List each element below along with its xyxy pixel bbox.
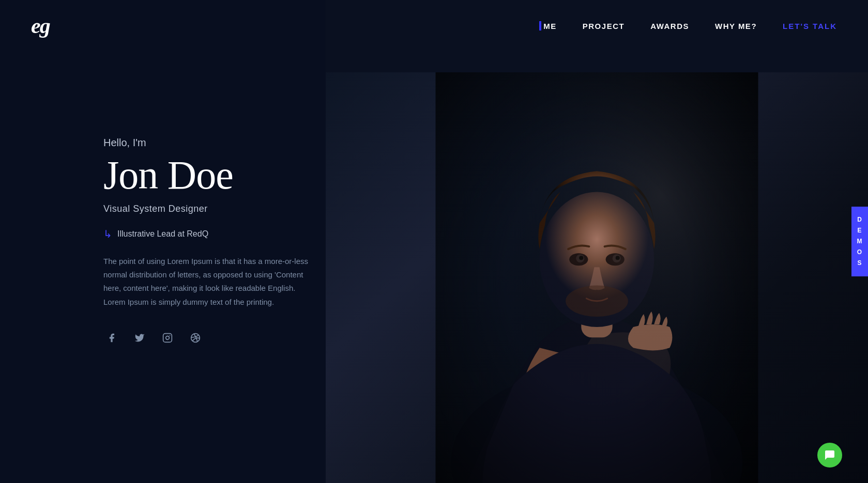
demos-letter-s: S: [857, 258, 862, 268]
nav-item-whyme[interactable]: WHY ME?: [715, 22, 757, 30]
svg-rect-0: [163, 334, 172, 342]
twitter-icon[interactable]: [131, 330, 148, 346]
navigation: ME PROJECT AWARDS WHY ME? LET'S TALK: [543, 22, 837, 30]
demos-letter-m: M: [857, 237, 863, 246]
demos-letter-o: O: [857, 247, 862, 257]
hero-title: Visual System Designer: [103, 204, 310, 214]
header: eg ME PROJECT AWARDS WHY ME? LET'S TALK: [0, 0, 868, 52]
portrait-container: [326, 72, 868, 483]
nav-item-me[interactable]: ME: [543, 22, 557, 30]
hero-description: The point of using Lorem Ipsum is that i…: [103, 255, 310, 309]
right-panel: [326, 0, 868, 483]
greeting-text: Hello, I'm: [103, 137, 310, 149]
main-content: Hello, I'm Jon Doe Visual System Designe…: [0, 0, 868, 483]
demos-letter-d: D: [857, 215, 862, 225]
role-text: Illustrative Lead at RedQ: [117, 229, 208, 239]
portrait-image: [326, 72, 868, 483]
svg-rect-15: [436, 72, 758, 483]
role-line: ↳ Illustrative Lead at RedQ: [103, 229, 310, 239]
nav-item-awards[interactable]: AWARDS: [650, 22, 689, 30]
chat-bubble-button[interactable]: [817, 443, 842, 468]
role-arrow-icon: ↳: [103, 229, 112, 239]
chat-bubble-icon: [824, 449, 836, 461]
demos-sidebar[interactable]: D E M O S: [851, 207, 868, 277]
facebook-icon[interactable]: [103, 330, 120, 346]
demos-letter-e: E: [857, 226, 862, 236]
instagram-icon[interactable]: [159, 330, 176, 346]
dribbble-icon[interactable]: [187, 330, 204, 346]
hero-name: Jon Doe: [103, 154, 310, 196]
nav-item-project[interactable]: PROJECT: [583, 22, 625, 30]
left-panel: Hello, I'm Jon Doe Visual System Designe…: [0, 0, 326, 483]
logo-text: eg: [31, 15, 50, 37]
nav-item-letstalk[interactable]: LET'S TALK: [783, 22, 837, 30]
logo[interactable]: eg: [31, 15, 50, 37]
social-icons-container: [103, 330, 310, 346]
